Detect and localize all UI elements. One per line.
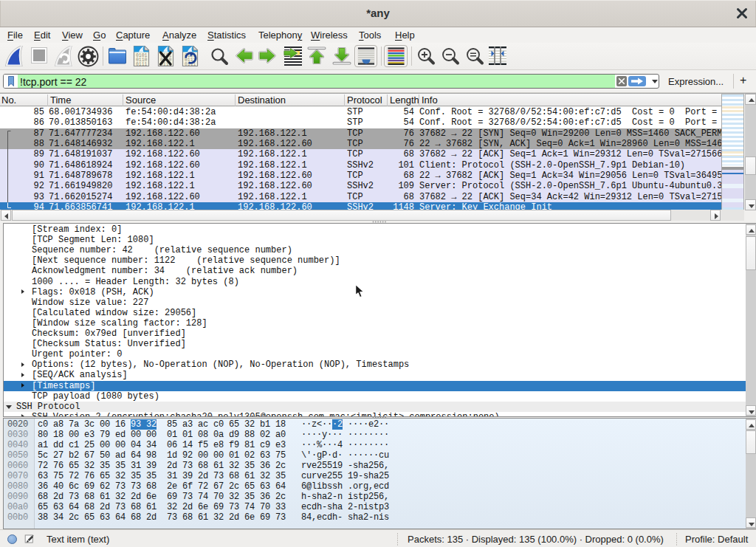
svg-text:0111: 0111 [136, 62, 148, 67]
